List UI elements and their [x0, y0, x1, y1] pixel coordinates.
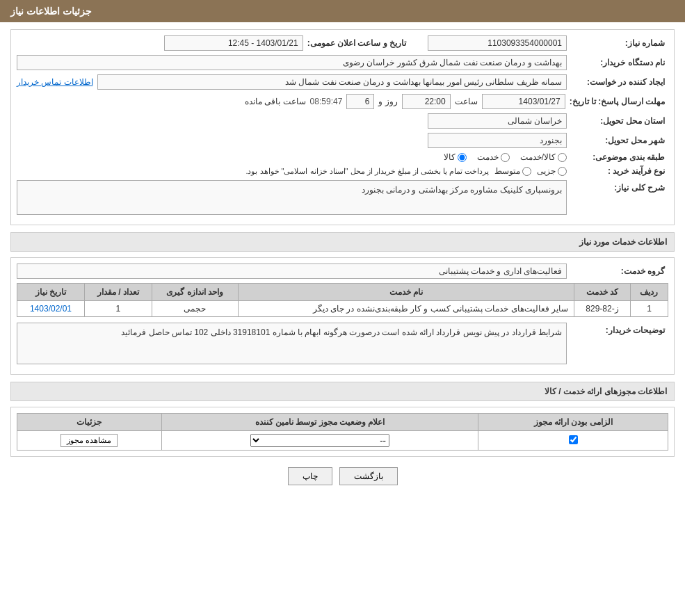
services-section: گروه خدمت: فعالیت‌های اداری و خدمات پشتی…: [10, 257, 675, 375]
buyer-notes-label: توضیحات خریدار:: [571, 323, 668, 335]
category-radio-group: کالا/خدمت خدمت کالا: [444, 152, 567, 162]
date-field: 1403/01/27: [482, 94, 565, 109]
days-field: 6: [346, 94, 374, 109]
page-header: جزئیات اطلاعات نیاز: [0, 0, 685, 22]
time-label: ساعت: [455, 97, 478, 106]
page-wrapper: جزئیات اطلاعات نیاز شماره نیاز: 11030933…: [0, 0, 685, 616]
main-info-section: شماره نیاز: 1103093354000001 تاریخ و ساع…: [10, 29, 675, 225]
province-label: استان محل تحویل:: [571, 116, 668, 126]
row-creator: ایجاد کننده در خواست: سمانه ظریف سلطانی …: [17, 74, 668, 90]
creator-value: سمانه ظریف سلطانی رئیس امور بیمانها بهدا…: [97, 74, 567, 90]
category-option-khedmat[interactable]: خدمت: [477, 152, 510, 162]
cell-quantity: 1: [84, 301, 152, 317]
province-value: خراسان شمالی: [428, 113, 567, 129]
cell-date: 1403/02/01: [17, 301, 85, 317]
service-group-value: فعالیت‌های اداری و خدمات پشتیبانی: [17, 264, 567, 279]
row-send-date: مهلت ارسال پاسخ: تا تاریخ: 1403/01/27 سا…: [17, 94, 668, 109]
purchaser-label: نام دستگاه خریدار:: [571, 58, 668, 67]
back-button[interactable]: بازگشت: [339, 467, 398, 485]
license-required-cell: [478, 431, 668, 451]
print-button[interactable]: چاپ: [288, 467, 332, 485]
description-value: برونسپاری کلینیک مشاوره مرکز بهداشتی و د…: [17, 180, 567, 215]
category-option-kala-khedmat[interactable]: کالا/خدمت: [520, 152, 567, 162]
col-quantity: تعداد / مقدار: [84, 284, 152, 301]
col-unit: واحد اندازه گیری: [152, 284, 238, 301]
send-date-label: مهلت ارسال پاسخ: تا تاریخ:: [570, 97, 668, 106]
row-purchaser: نام دستگاه خریدار: بهداشت و درمان صنعت ن…: [17, 55, 668, 70]
cell-code: ز-82-829: [574, 301, 631, 317]
row-category: طبقه بندی موضوعی: کالا/خدمت خدمت کالا: [17, 152, 668, 162]
category-option-kala[interactable]: کالا: [444, 152, 467, 162]
city-value: بجنورد: [428, 133, 567, 148]
cell-row: 1: [630, 301, 668, 317]
table-row: 1 ز-82-829 سایر فعالیت‌های خدمات پشتیبان…: [17, 301, 668, 317]
need-number-value: 1103093354000001: [428, 35, 567, 51]
row-province: استان محل تحویل: خراسان شمالی: [17, 113, 668, 129]
col-row: ردیف: [630, 284, 668, 301]
creator-link[interactable]: اطلاعات تماس خریدار: [17, 77, 93, 87]
purchase-type-jozee[interactable]: جزیی: [537, 166, 567, 176]
license-details-cell: مشاهده مجوز: [17, 431, 162, 451]
category-label: طبقه بندی موضوعی:: [571, 152, 668, 162]
description-label: شرح کلی نیاز:: [571, 180, 668, 193]
license-col-details: جزئیات: [17, 414, 162, 431]
purchase-type-motavasset[interactable]: متوسط: [494, 166, 531, 176]
services-table: ردیف کد خدمت نام خدمت واحد اندازه گیری ت…: [17, 283, 668, 317]
remaining-suffix: ساعت باقی مانده: [245, 97, 306, 106]
purchaser-value: بهداشت و درمان صنعت نفت شمال شرق کشور خر…: [17, 55, 567, 70]
row-purchase-type: نوع فرآیند خرید : جزیی متوسط پرداخت تمام…: [17, 166, 668, 176]
license-col-required: الزامی بودن ارائه مجوز: [478, 414, 668, 431]
license-table: الزامی بودن ارائه مجوز اعلام وضعیت مجوز …: [17, 413, 668, 451]
cell-name: سایر فعالیت‌های خدمات پشتیبانی کسب و کار…: [238, 301, 574, 317]
col-name: نام خدمت: [238, 284, 574, 301]
content-area: شماره نیاز: 1103093354000001 تاریخ و ساع…: [0, 22, 685, 503]
row-description: شرح کلی نیاز: برونسپاری کلینیک مشاوره مر…: [17, 180, 668, 215]
list-item: -- مشاهده مجوز: [17, 431, 668, 451]
license-status-cell: --: [161, 431, 478, 451]
purchase-type-label: نوع فرآیند خرید :: [571, 166, 668, 176]
days-remaining-label: روز و: [378, 97, 397, 106]
bottom-buttons: بازگشت چاپ: [10, 467, 675, 485]
row-city: شهر محل تحویل: بجنورد: [17, 133, 668, 148]
city-label: شهر محل تحویل:: [571, 136, 668, 145]
services-section-header: اطلاعات خدمات مورد نیاز: [10, 232, 675, 252]
view-license-button[interactable]: مشاهده مجوز: [61, 434, 118, 447]
col-date: تاریخ نیاز: [17, 284, 85, 301]
time-field: 22:00: [402, 94, 451, 109]
announce-value: 1403/01/21 - 12:45: [164, 35, 303, 51]
service-group-label: گروه خدمت:: [571, 266, 668, 276]
cell-unit: حجمی: [152, 301, 238, 317]
purchase-type-note: پرداخت تمام یا بخشی از مبلغ خریدار از مح…: [245, 167, 489, 176]
remaining-time-value: 08:59:47: [310, 97, 343, 106]
row-need-number: شماره نیاز: 1103093354000001 تاریخ و ساع…: [17, 35, 668, 51]
announce-label: تاریخ و ساعت اعلان عمومی:: [307, 38, 410, 48]
col-code: کد خدمت: [574, 284, 631, 301]
page-title: جزئیات اطلاعات نیاز: [10, 6, 92, 17]
row-buyer-notes: توضیحات خریدار: شرایط قرارداد در پیش نوی…: [17, 323, 668, 364]
need-number-label: شماره نیاز:: [571, 38, 668, 48]
creator-label: ایجاد کننده در خواست:: [571, 77, 668, 87]
license-required-checkbox[interactable]: [569, 435, 578, 444]
buyer-notes-value: شرایط قرارداد در پیش نویس قرارداد ارائه …: [17, 323, 567, 364]
license-section-header: اطلاعات مجوزهای ارائه خدمت / کالا: [10, 382, 675, 401]
license-status-select[interactable]: --: [250, 434, 389, 447]
license-col-status: اعلام وضعیت مجوز توسط نامین کننده: [161, 414, 478, 431]
row-service-group: گروه خدمت: فعالیت‌های اداری و خدمات پشتی…: [17, 264, 668, 279]
license-section: الزامی بودن ارائه مجوز اعلام وضعیت مجوز …: [10, 407, 675, 457]
